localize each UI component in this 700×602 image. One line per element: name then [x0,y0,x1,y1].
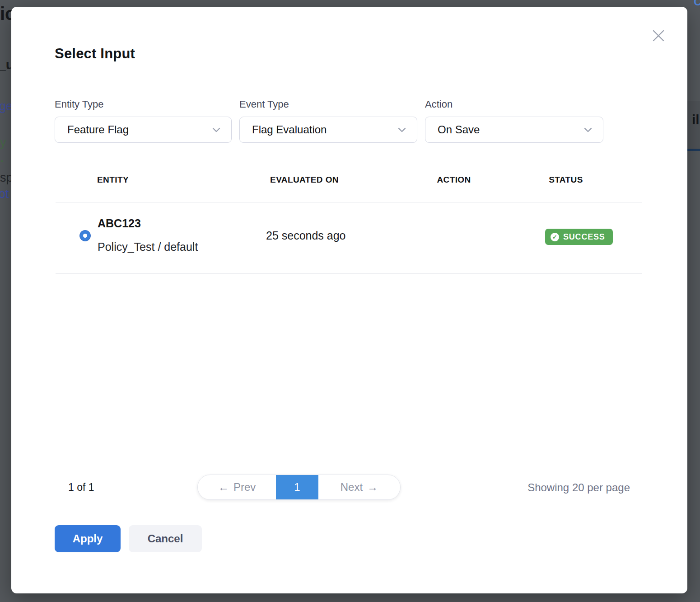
entity-type-label: Entity Type [55,99,232,110]
status-label: SUCCESS [563,232,605,242]
backdrop-text-fragment: ge [0,99,13,113]
close-button[interactable] [649,27,668,47]
per-page-info: Showing 20 per page [527,481,630,494]
page-number-button[interactable]: 1 [276,475,318,499]
evaluated-on: 25 seconds ago [266,229,346,242]
entity-name: ABC123 [98,217,141,230]
modal-title: Select Input [55,46,135,62]
status-badge: ✓ SUCCESS [545,229,613,245]
next-label: Next [341,481,363,494]
filter-action: Action On Save [425,99,603,143]
action-label: Action [425,99,603,110]
row-radio-selected[interactable] [79,230,91,241]
filter-bar: Entity Type Feature Flag Event Type Flag… [55,99,603,143]
entity-type-select[interactable]: Feature Flag [55,117,232,143]
chevron-down-icon [212,127,220,132]
backdrop-text-fragment: ot [0,187,9,201]
event-type-value: Flag Evaluation [252,123,398,136]
cancel-button[interactable]: Cancel [129,525,202,552]
event-type-select[interactable]: Flag Evaluation [239,117,417,143]
chevron-down-icon [398,127,406,132]
filter-event-type: Event Type Flag Evaluation [239,99,417,143]
check-circle-icon: ✓ [551,233,559,241]
action-value: On Save [438,123,584,136]
column-header-status: STATUS [549,175,583,185]
backdrop-text-fragment: y [0,136,6,150]
backdrop-tab-underline [687,149,700,151]
column-header-entity: ENTITY [97,175,129,185]
entity-type-value: Feature Flag [67,123,212,136]
backdrop-divider [0,30,11,30]
pager: ← Prev 1 Next → [197,475,401,500]
select-input-modal: Select Input Entity Type Feature Flag Ev… [11,7,687,593]
event-type-label: Event Type [239,99,417,110]
next-page-button[interactable]: Next → [318,475,400,499]
backdrop-text-fragment: C [694,0,700,8]
column-header-evaluated-on: EVALUATED ON [270,175,339,185]
action-select[interactable]: On Save [425,117,603,143]
close-icon [652,29,665,44]
entity-detail: Policy_Test / default [98,240,198,254]
backdrop-text-fragment: . [0,150,4,165]
chevron-down-icon [584,127,592,132]
backdrop-panel [687,101,700,149]
table-divider [56,202,642,202]
prev-label: Prev [233,481,256,494]
table-divider [56,273,642,274]
arrow-left-icon: ← [218,481,229,494]
column-header-action: ACTION [437,175,471,185]
filter-entity-type: Entity Type Feature Flag [55,99,232,143]
prev-page-button[interactable]: ← Prev [198,475,276,499]
apply-button[interactable]: Apply [55,525,121,552]
arrow-right-icon: → [367,481,378,494]
page-summary: 1 of 1 [68,481,94,494]
backdrop-divider [687,35,700,35]
